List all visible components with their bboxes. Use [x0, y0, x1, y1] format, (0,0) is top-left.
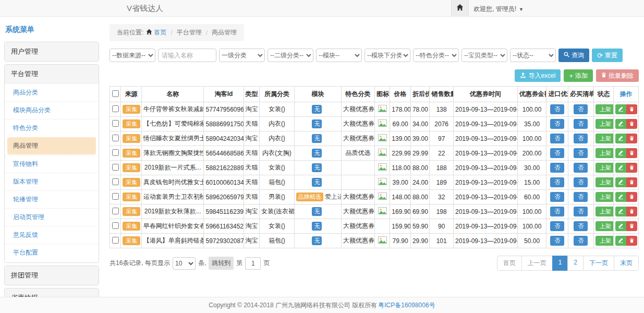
status-button[interactable]: 上架: [596, 177, 614, 187]
pager-item[interactable]: 首页: [497, 256, 522, 271]
import-toggle[interactable]: 否: [550, 163, 564, 172]
sidebar-item[interactable]: 模块商品分类: [5, 101, 99, 119]
sidebar-item[interactable]: 商品分类: [5, 83, 99, 101]
mustbuy-toggle[interactable]: 否: [574, 163, 588, 172]
filter-name-input[interactable]: [158, 49, 216, 62]
filter-select[interactable]: --特色分类--: [413, 49, 459, 62]
import-toggle[interactable]: 否: [550, 192, 564, 201]
reset-button[interactable]: ⟳ 重置: [592, 49, 623, 62]
edit-button[interactable]: [615, 104, 626, 114]
delete-button[interactable]: [626, 177, 637, 187]
row-checkbox[interactable]: [112, 164, 119, 171]
page-number-input[interactable]: [245, 257, 261, 270]
per-page-select[interactable]: 10: [173, 257, 196, 270]
pager-item[interactable]: 上一页: [521, 256, 553, 271]
mustbuy-toggle[interactable]: 否: [574, 207, 588, 216]
sidebar-section-header[interactable]: 用户管理: [5, 42, 99, 61]
edit-button[interactable]: [615, 236, 626, 246]
sidebar-item[interactable]: 宣传物料: [5, 155, 99, 173]
delete-button[interactable]: [626, 207, 637, 216]
edit-button[interactable]: [615, 148, 626, 158]
row-checkbox[interactable]: [112, 135, 119, 141]
delete-button[interactable]: [626, 236, 637, 246]
import-toggle[interactable]: 否: [550, 148, 564, 158]
status-button[interactable]: 上架: [596, 221, 614, 231]
edit-button[interactable]: [615, 192, 626, 202]
edit-button[interactable]: [615, 119, 626, 129]
edit-button[interactable]: [615, 134, 626, 143]
user-menu[interactable]: 欢迎您, 管理员! ▼: [473, 5, 524, 14]
breadcrumb-home-link[interactable]: 首页: [146, 28, 166, 37]
mustbuy-toggle[interactable]: 否: [574, 119, 588, 128]
mustbuy-toggle[interactable]: 否: [574, 236, 588, 245]
sidebar-item[interactable]: 版本管理: [5, 173, 99, 190]
mustbuy-toggle[interactable]: 否: [574, 192, 588, 201]
add-button[interactable]: + 添加: [564, 69, 593, 82]
row-checkbox[interactable]: [112, 120, 119, 127]
row-checkbox[interactable]: [112, 208, 119, 214]
mustbuy-toggle[interactable]: 否: [574, 104, 588, 114]
filter-select[interactable]: --状态--: [510, 49, 556, 62]
filter-select[interactable]: --二级分类--: [268, 49, 313, 62]
row-checkbox[interactable]: [112, 149, 119, 156]
pager-item[interactable]: 下一页: [583, 256, 614, 271]
import-toggle[interactable]: 否: [550, 119, 564, 128]
filter-select[interactable]: --模块下分类--: [364, 49, 410, 62]
delete-button[interactable]: [626, 148, 637, 158]
search-button[interactable]: 查询: [558, 49, 589, 62]
sidebar-item[interactable]: 启动页管理: [5, 208, 99, 226]
import-excel-button[interactable]: 导入excel: [515, 69, 561, 82]
filter-select[interactable]: 一级分类: [219, 49, 265, 62]
edit-button[interactable]: [615, 207, 626, 216]
delete-button[interactable]: [626, 134, 637, 143]
sidebar-item[interactable]: 特色分类: [5, 119, 99, 137]
status-button[interactable]: 上架: [596, 119, 614, 128]
row-checkbox[interactable]: [112, 222, 119, 229]
import-toggle[interactable]: 否: [550, 236, 564, 245]
row-checkbox[interactable]: [112, 105, 119, 112]
home-button[interactable]: [451, 0, 469, 16]
filter-select[interactable]: --宝贝类型--: [461, 49, 507, 62]
import-toggle[interactable]: 否: [550, 207, 564, 216]
row-checkbox[interactable]: [112, 178, 119, 185]
import-toggle[interactable]: 否: [550, 104, 564, 114]
delete-button[interactable]: [626, 104, 637, 114]
sidebar-item[interactable]: 意见反馈: [5, 226, 99, 244]
pager-item[interactable]: 1: [552, 256, 568, 271]
delete-button[interactable]: [626, 221, 637, 231]
filter-select[interactable]: --模块--: [316, 49, 362, 62]
mustbuy-toggle[interactable]: 否: [574, 134, 588, 143]
row-checkbox[interactable]: [112, 193, 119, 200]
sidebar-item[interactable]: 平台配置: [5, 244, 99, 261]
status-button[interactable]: 上架: [596, 163, 614, 172]
sidebar-section-header[interactable]: 平台管理: [5, 65, 99, 83]
import-toggle[interactable]: 否: [550, 134, 564, 143]
sidebar-item[interactable]: 商品管理: [7, 137, 96, 154]
mustbuy-toggle[interactable]: 否: [574, 221, 588, 231]
sidebar-section-header[interactable]: 拼团管理: [5, 266, 99, 285]
pager-item[interactable]: 末页: [614, 256, 639, 271]
icp-link[interactable]: 粤ICP备16098006号: [378, 301, 435, 310]
status-button[interactable]: 上架: [596, 192, 614, 201]
select-all-checkbox[interactable]: [112, 90, 119, 97]
edit-button[interactable]: [615, 221, 626, 231]
delete-button[interactable]: [626, 192, 637, 202]
edit-button[interactable]: [615, 163, 626, 173]
filter-select[interactable]: --数据来源--: [110, 49, 155, 62]
status-button[interactable]: 上架: [596, 236, 614, 245]
import-toggle[interactable]: 否: [550, 221, 564, 231]
delete-button[interactable]: [626, 119, 637, 129]
delete-button[interactable]: [626, 163, 637, 173]
edit-button[interactable]: [615, 177, 626, 187]
mustbuy-toggle[interactable]: 否: [574, 177, 588, 187]
pager-item[interactable]: 2: [567, 256, 584, 271]
jump-button[interactable]: 跳转到: [209, 257, 234, 270]
batch-delete-button[interactable]: 批量删除: [596, 69, 639, 82]
row-checkbox[interactable]: [112, 237, 119, 244]
status-button[interactable]: 上架: [596, 207, 614, 216]
status-button[interactable]: 上架: [596, 148, 614, 158]
status-button[interactable]: 上架: [596, 134, 614, 143]
status-button[interactable]: 上架: [596, 104, 614, 114]
import-toggle[interactable]: 否: [550, 177, 564, 187]
sidebar-item[interactable]: 轮播管理: [5, 190, 99, 208]
